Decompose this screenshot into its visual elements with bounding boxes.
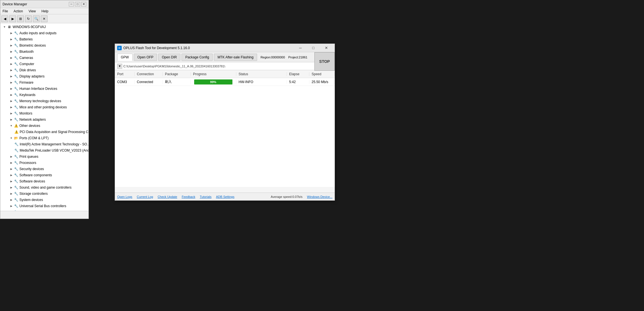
tree-arrow: ▶	[9, 198, 13, 202]
tree-item[interactable]: ▶🔧Storage controllers	[0, 191, 89, 197]
device-icon: 🔧	[14, 210, 18, 211]
oplus-minimize-btn[interactable]: ─	[294, 44, 307, 52]
tree-item[interactable]: ▶🔧Network adapters	[0, 116, 89, 123]
dm-update-btn[interactable]: ↻	[25, 15, 32, 22]
oplus-path-bar: ▼ C:\Users\user\Desktop\PGKM10domestic_1…	[115, 62, 335, 70]
device-icon: 📂	[14, 136, 18, 140]
tree-item[interactable]: ▶🔧Human Interface Devices	[0, 86, 89, 92]
tree-item[interactable]: ▶🔧Display adapters	[0, 73, 89, 79]
device-icon: 🔧	[14, 62, 18, 66]
tree-item[interactable]: ▶🔧Batteries	[0, 36, 89, 42]
dm-menu-file[interactable]: File	[1, 9, 9, 14]
dm-properties-btn[interactable]: ⊞	[17, 15, 24, 22]
tree-item[interactable]: ▶🔧Biometric devices	[0, 42, 89, 49]
footer-check-update[interactable]: Check Update	[158, 195, 177, 198]
tree-arrow: ▶	[9, 87, 13, 91]
dm-statusbar	[0, 211, 89, 217]
tree-item[interactable]: ▶🔧Cameras	[0, 55, 89, 61]
dm-scan-btn[interactable]: 🔍	[33, 15, 40, 22]
tree-item[interactable]: 🔧MediaTek PreLoader USB VCOM_V2023 (Andr…	[0, 147, 89, 154]
dm-menu-action[interactable]: Action	[12, 9, 24, 14]
tree-item[interactable]: ▶🔧Universal Serial Bus controllers	[0, 203, 89, 209]
dm-menu-view[interactable]: View	[28, 9, 37, 14]
device-icon: 🔧	[14, 148, 19, 153]
tree-item[interactable]: ▶🔧System devices	[0, 197, 89, 203]
dm-forward-btn[interactable]: ▶	[9, 15, 16, 22]
device-icon: 🔧	[14, 93, 18, 97]
device-icon: 🔧	[14, 37, 18, 42]
dm-maximize-btn[interactable]: □	[75, 2, 80, 6]
tab-gpw[interactable]: GPW	[117, 54, 133, 61]
tree-item-label: Other devices	[19, 124, 40, 128]
tree-item[interactable]: ▶🔧Computer	[0, 61, 89, 67]
footer-tutorials[interactable]: Tutorials	[200, 195, 212, 198]
tree-item[interactable]: ▶🔧Security devices	[0, 166, 89, 172]
tree-item[interactable]: ▶🔧Processors	[0, 160, 89, 166]
tree-arrow: ▼	[9, 136, 13, 140]
tree-item[interactable]: ▶🔧Memory technology devices	[0, 98, 89, 104]
col-package: Package	[163, 72, 191, 76]
device-icon: 🔧	[14, 179, 18, 184]
tab-mtk[interactable]: MTK After-sale Flashing	[214, 54, 257, 61]
tree-arrow: ▶	[9, 179, 13, 183]
oplus-title: OPLUS Flash Tool for Development 5.1.16.…	[123, 46, 292, 50]
dm-close-btn[interactable]: ✕	[81, 2, 86, 6]
tree-arrow: ▶	[9, 111, 13, 115]
tree-item[interactable]: ⚠️PCI Data Acquisition and Signal Proces…	[0, 129, 89, 135]
tree-item-label: Audio inputs and outputs	[19, 31, 56, 35]
tree-item-label: Intel(R) Active Management Technology - …	[20, 142, 89, 146]
cell-port: COM3	[115, 80, 135, 84]
device-icon: 🔧	[14, 99, 18, 103]
tree-item[interactable]: ▶🔧Firmware	[0, 79, 89, 86]
device-icon: 🔧	[14, 49, 18, 54]
col-progress: Progress	[191, 72, 236, 76]
tree-item[interactable]: ▼📂Ports (COM & LPT)	[0, 135, 89, 141]
tree-item[interactable]: ▶🔧Bluetooth	[0, 49, 89, 55]
tree-item[interactable]: ▶🔧Software devices	[0, 178, 89, 184]
footer-adb-settings[interactable]: ADB Settings	[216, 195, 234, 198]
tree-item[interactable]: ▶🔧Print queues	[0, 154, 89, 160]
tab-package-config[interactable]: Package Config	[182, 54, 213, 61]
tree-item[interactable]: ▶🔧Mice and other pointing devices	[0, 104, 89, 110]
cell-connection: Connected	[135, 80, 163, 84]
oplus-close-btn[interactable]: ✕	[320, 44, 332, 52]
oplus-maximize-btn[interactable]: □	[307, 44, 319, 52]
tree-item[interactable]: ▼⚠️Other devices	[0, 123, 89, 129]
oplus-stop-btn[interactable]: STOP	[314, 52, 335, 71]
tab-open-dir[interactable]: Open DIR	[158, 54, 180, 61]
dm-tree: ▼ 🖥 WINDOWS-9CGFVAJ ▶🔧Audio inputs and o…	[0, 23, 89, 211]
footer-open-logs[interactable]: Open Logs	[117, 195, 132, 198]
tree-arrow: ▶	[9, 173, 13, 177]
dm-back-btn[interactable]: ◀	[1, 15, 8, 22]
tree-arrow: ▶	[9, 62, 13, 66]
footer-current-log[interactable]: Current Log	[137, 195, 153, 198]
tree-item[interactable]: ▶🔧Software components	[0, 172, 89, 178]
footer-windows-device[interactable]: Windows Device...	[307, 195, 332, 198]
tree-item[interactable]: ▶🔧Audio inputs and outputs	[0, 30, 89, 36]
tree-item-label: Human Interface Devices	[19, 87, 57, 91]
oplus-app-icon: O	[117, 46, 122, 50]
device-icon: ⚠️	[14, 130, 19, 134]
dm-menubar: File Action View Help	[0, 8, 89, 14]
oplus-window: O OPLUS Flash Tool for Development 5.1.1…	[115, 44, 335, 201]
footer-feedback[interactable]: Feedback	[182, 195, 195, 198]
tab-open-ofp[interactable]: Open OFP	[134, 54, 157, 61]
col-speed: Speed	[309, 72, 335, 76]
tree-item[interactable]: 🔧Intel(R) Active Management Technology -…	[0, 141, 89, 147]
tree-item[interactable]: ▶🔧Keyboards	[0, 92, 89, 98]
path-dropdown-arrow[interactable]: ▼	[117, 64, 122, 69]
tree-item[interactable]: ▶🔧Monitors	[0, 110, 89, 116]
tree-item[interactable]: ▶🔧Disk drives	[0, 67, 89, 73]
device-icon: 🔧	[14, 185, 18, 190]
tree-item[interactable]: ▶🔧Sound, video and game controllers	[0, 184, 89, 191]
device-manager-titlebar: Device Manager ─ □ ✕	[0, 0, 89, 8]
tree-item-label: Memory technology devices	[19, 99, 61, 103]
region-info: Region:00000000	[260, 56, 285, 59]
tree-root[interactable]: ▼ 🖥 WINDOWS-9CGFVAJ	[0, 24, 89, 30]
tree-arrow: ▶	[9, 68, 13, 72]
dm-minimize-btn[interactable]: ─	[69, 2, 74, 6]
tree-item-label: Keyboards	[19, 93, 35, 97]
tree-arrow: ▶	[9, 56, 13, 60]
dm-menu-help[interactable]: Help	[40, 9, 50, 14]
dm-uninstall-btn[interactable]: ✕	[41, 15, 47, 22]
